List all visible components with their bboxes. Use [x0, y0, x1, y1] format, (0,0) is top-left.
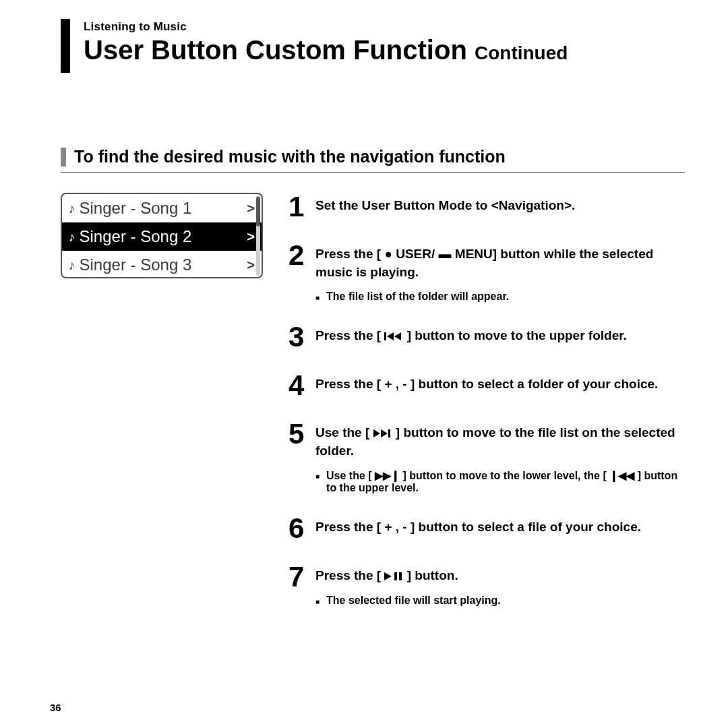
page-title-main: User Button Custom Function [84, 35, 467, 65]
device-row-label: Singer - Song 2 [80, 227, 247, 246]
svg-marker-3 [373, 429, 380, 437]
step: 6Press the [ + , - ] button to select a … [289, 514, 685, 543]
bullet-square-icon: ■ [315, 294, 320, 303]
svg-rect-7 [394, 572, 397, 580]
step-number: 4 [289, 371, 315, 400]
step-note-text: The selected file will start playing. [326, 595, 501, 607]
step-number: 7 [289, 563, 315, 607]
section-heading: To find the desired music with the navig… [74, 147, 506, 166]
step-number: 3 [289, 323, 315, 351]
svg-rect-5 [388, 429, 390, 437]
svg-rect-8 [399, 572, 402, 580]
step: 1Set the User Button Mode to <Navigation… [289, 193, 685, 221]
step-body: Use the [ ] button to move to the file l… [315, 424, 685, 460]
music-note-icon: ♪ [69, 202, 75, 216]
device-screen: ♪Singer - Song 1>♪Singer - Song 2>♪Singe… [61, 193, 263, 627]
step-body: Press the [ ] button to move to the uppe… [315, 327, 685, 345]
step: 4Press the [ + , - ] button to select a … [289, 371, 685, 400]
breadcrumb: Listening to Music [84, 19, 685, 34]
page-number: 36 [50, 702, 61, 713]
device-scrollbar-thumb [256, 197, 260, 226]
step-note: ■Use the [ ▶▶❙ ] button to move to the l… [315, 469, 685, 494]
skip-forward-icon [373, 429, 392, 438]
step-body: Press the [ ] button. [315, 567, 685, 585]
step-note: ■The file list of the folder will appear… [315, 291, 685, 303]
step: 2Press the [ ● USER/ ▬ MENU] button whil… [289, 241, 685, 303]
step: 5Use the [ ] button to move to the file … [289, 420, 685, 494]
device-row: ♪Singer - Song 2> [62, 222, 262, 251]
svg-marker-4 [381, 429, 388, 437]
chevron-right-icon: > [247, 257, 255, 273]
step-note-text: Use the [ ▶▶❙ ] button to move to the lo… [326, 469, 685, 494]
page-title: User Button Custom Function Continued [84, 35, 685, 65]
step-number: 5 [289, 420, 315, 494]
chevron-right-icon: > [247, 201, 255, 216]
device-row-label: Singer - Song 3 [80, 255, 247, 274]
step-note-text: The file list of the folder will appear. [326, 291, 509, 303]
step-body: Set the User Button Mode to <Navigation>… [315, 197, 685, 215]
section-heading-wrap: To find the desired music with the navig… [61, 147, 685, 173]
step-number: 2 [289, 241, 315, 303]
svg-marker-2 [394, 332, 401, 340]
svg-rect-0 [384, 332, 386, 340]
music-note-icon: ♪ [69, 230, 75, 245]
steps-list: 1Set the User Button Mode to <Navigation… [289, 193, 685, 627]
step-body: Press the [ + , - ] button to select a f… [315, 518, 685, 537]
bullet-square-icon: ■ [315, 598, 320, 607]
bullet-square-icon: ■ [315, 473, 320, 494]
step: 3Press the [ ] button to move to the upp… [289, 323, 685, 351]
skip-back-icon [384, 332, 403, 341]
step-number: 1 [289, 193, 315, 221]
music-note-icon: ♪ [69, 258, 75, 273]
step-body: Press the [ + , - ] button to select a f… [315, 375, 685, 394]
device-row: ♪Singer - Song 3> [62, 251, 262, 278]
step-note: ■The selected file will start playing. [315, 595, 685, 607]
device-scrollbar [256, 195, 260, 276]
step-number: 6 [289, 514, 315, 543]
page-title-suffix: Continued [475, 42, 568, 63]
chevron-right-icon: > [247, 229, 255, 245]
device-row-label: Singer - Song 1 [80, 199, 247, 218]
play-pause-icon [384, 572, 403, 581]
step: 7Press the [ ] button.■The selected file… [289, 563, 685, 607]
device-row: ♪Singer - Song 1> [62, 194, 262, 222]
section-accent-bar [61, 148, 66, 166]
svg-marker-1 [387, 332, 394, 340]
svg-marker-6 [384, 572, 392, 580]
step-body: Press the [ ● USER/ ▬ MENU] button while… [315, 245, 685, 281]
header-bar: Listening to Music User Button Custom Fu… [61, 19, 685, 73]
